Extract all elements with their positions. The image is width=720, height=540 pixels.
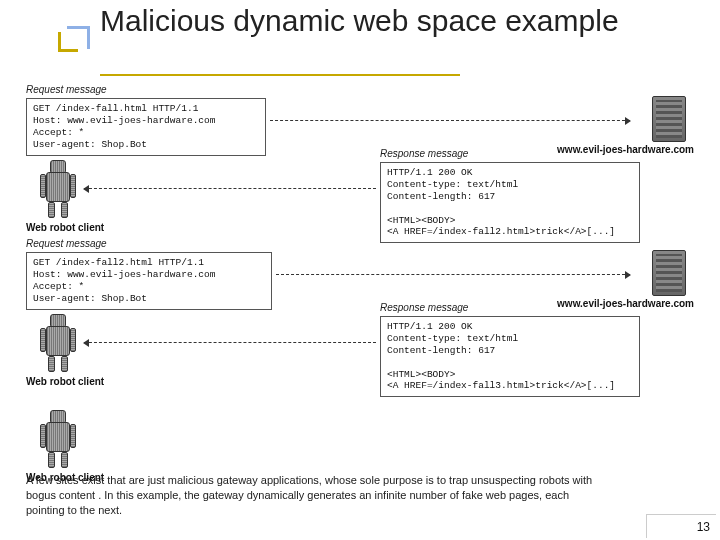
caption: A few sites exist that are just maliciou… bbox=[26, 473, 600, 518]
label-response-1: Response message bbox=[380, 148, 468, 159]
page-number: 13 bbox=[697, 520, 710, 534]
robot-icon-2 bbox=[38, 312, 78, 372]
server-icon-2 bbox=[652, 250, 686, 296]
arrow-resp-2 bbox=[84, 342, 376, 343]
label-response-2: Response message bbox=[380, 302, 468, 313]
robot-icon-1 bbox=[38, 158, 78, 218]
slide-title: Malicious dynamic web space example bbox=[100, 4, 619, 37]
server-icon-1 bbox=[652, 96, 686, 142]
request-box-1: GET /index-fall.html HTTP/1.1 Host: www.… bbox=[26, 98, 266, 156]
arrow-resp-1 bbox=[84, 188, 376, 189]
request-box-2: GET /index-fall2.html HTTP/1.1 Host: www… bbox=[26, 252, 272, 310]
robot-icon-3 bbox=[38, 408, 78, 468]
label-robot-1: Web robot client bbox=[26, 222, 104, 233]
label-request-2: Request message bbox=[26, 238, 107, 249]
label-request-1: Request message bbox=[26, 84, 107, 95]
label-server-2: www.evil-joes-hardware.com bbox=[557, 298, 694, 309]
title-underline bbox=[100, 74, 460, 76]
arrow-req-2 bbox=[276, 274, 630, 275]
response-box-1: HTTP/1.1 200 OK Content-type: text/html … bbox=[380, 162, 640, 243]
response-box-2: HTTP/1.1 200 OK Content-type: text/html … bbox=[380, 316, 640, 397]
title-bullet-icon bbox=[58, 32, 78, 52]
label-robot-2: Web robot client bbox=[26, 376, 104, 387]
arrow-req-1 bbox=[270, 120, 630, 121]
label-server-1: www.evil-joes-hardware.com bbox=[557, 144, 694, 155]
